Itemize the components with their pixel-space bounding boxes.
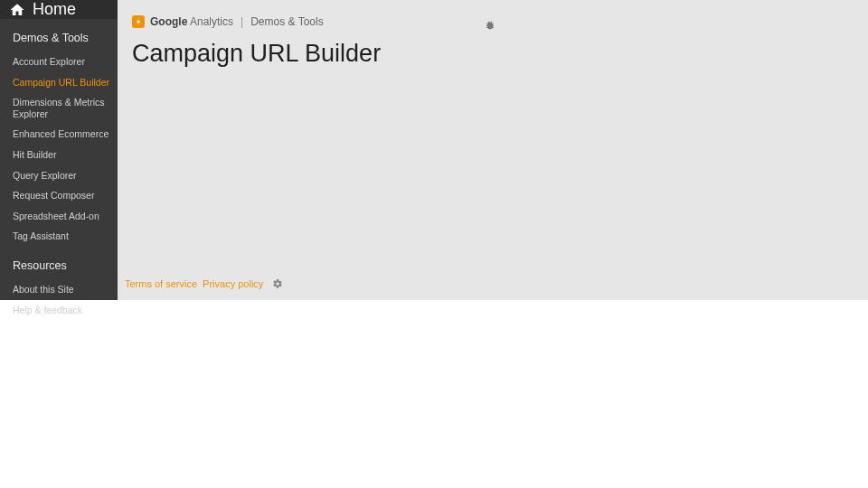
sidebar-item-campaign-url-builder[interactable]: Campaign URL Builder <box>0 72 118 93</box>
sidebar-item-request-composer[interactable]: Request Composer <box>0 185 118 206</box>
home-label: Home <box>33 0 76 19</box>
app-root: Home Demos & Tools Account Explorer Camp… <box>0 0 868 300</box>
sidebar-section-title-resources: Resources <box>0 247 118 279</box>
main-content: Google Analytics | Demos & Tools Campaig… <box>118 0 868 300</box>
sidebar-item-enhanced-ecommerce[interactable]: Enhanced Ecommerce <box>0 124 118 145</box>
brand-badge-icon <box>132 15 145 28</box>
gear-icon[interactable] <box>269 278 283 289</box>
sidebar-item-query-explorer[interactable]: Query Explorer <box>0 165 118 186</box>
privacy-policy-link[interactable]: Privacy policy <box>203 278 263 289</box>
sidebar-item-help-feedback[interactable]: Help & feedback <box>0 300 118 321</box>
footer: Terms of service Privacy policy <box>125 278 283 289</box>
sidebar: Home Demos & Tools Account Explorer Camp… <box>0 0 118 300</box>
home-link[interactable]: Home <box>0 0 118 19</box>
sidebar-item-spreadsheet-addon[interactable]: Spreadsheet Add-on <box>0 206 118 227</box>
home-icon <box>9 2 25 18</box>
sidebar-item-hit-builder[interactable]: Hit Builder <box>0 145 118 165</box>
sidebar-item-tag-assistant[interactable]: Tag Assistant <box>0 226 118 247</box>
bug-icon[interactable] <box>485 20 495 31</box>
sidebar-section-title-demos: Demos & Tools <box>0 19 118 52</box>
sidebar-item-dimensions-metrics-explorer[interactable]: Dimensions & Metrics Explorer <box>0 92 118 124</box>
page-title: Campaign URL Builder <box>118 31 868 68</box>
terms-of-service-link[interactable]: Terms of service <box>125 278 197 289</box>
brand-divider: | <box>241 15 243 28</box>
sidebar-item-account-explorer[interactable]: Account Explorer <box>0 52 118 72</box>
svg-point-0 <box>137 20 139 23</box>
sidebar-item-about-this-site[interactable]: About this Site <box>0 279 118 300</box>
brand-suffix: Demos & Tools <box>250 15 323 28</box>
brand-product-name: Google Analytics <box>150 15 233 28</box>
